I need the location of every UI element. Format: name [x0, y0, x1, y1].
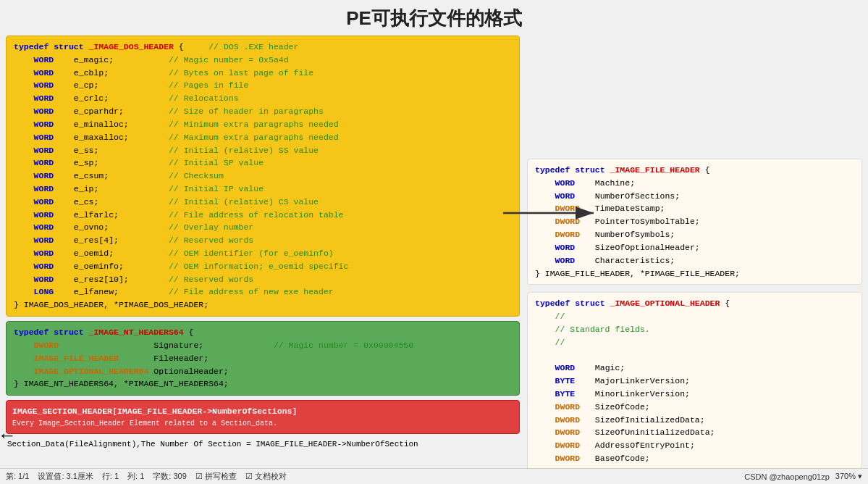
file-header-open: typedef struct _IMAGE_FILE_HEADER { [535, 164, 854, 177]
field-sizeofoptional: WORD SizeOfOptionalHeader; [535, 241, 854, 254]
field-pointertosymbol: DWORD PointerToSymbolTable; [535, 215, 854, 228]
field-ss: WORD e_ss; // Initial (relative) SS valu… [14, 144, 512, 157]
optional-header-open: typedef struct _IMAGE_OPTIONAL_HEADER { [535, 297, 854, 310]
field-oeminfo: WORD e_oeminfo; // OEM information; e_oe… [14, 260, 512, 273]
field-sizeofuninit: DWORD SizeOfUninitializedData; [535, 426, 854, 439]
field-minorlinker: BYTE MinorLinkerVersion; [535, 388, 854, 401]
right-column: typedef struct _IMAGE_FILE_HEADER { WORD… [527, 36, 862, 469]
status-wordcount: 字数: 309 [153, 471, 186, 482]
field-oemid: WORD e_oemid; // OEM identifier (for e_o… [14, 247, 512, 260]
nt-headers-open: typedef struct _IMAGE_NT_HEADERS64 { [14, 326, 512, 339]
dos-header-open: typedef struct _IMAGE_DOS_HEADER { // DO… [14, 41, 512, 54]
field-characteristics: WORD Characteristics; [535, 254, 854, 267]
field-ip: WORD e_ip; // Initial IP value [14, 183, 512, 196]
field-timedatestamp: DWORD TimeDateStamp; [535, 202, 854, 215]
page-title: PE可执行文件的格式 [0, 6, 868, 31]
field-csum: WORD e_csum; // Checksum [14, 170, 512, 183]
field-machine: WORD Machine; [535, 177, 854, 190]
field-crlc: WORD e_crlc; // Relocations [14, 92, 512, 105]
field-fileheader: IMAGE_FILE_HEADER FileHeader; [14, 352, 512, 365]
field-majorlinker: BYTE MajorLinkerVersion; [535, 375, 854, 388]
section-header-desc: Every Image_Section_Header Element relat… [12, 418, 513, 430]
field-cblp: WORD e_cblp; // Bytes on last page of fi… [14, 67, 512, 80]
field-lfarlc: WORD e_lfarlc; // File address of reloca… [14, 209, 512, 222]
field-lfanew: LONG e_lfanew; // File address of new ex… [14, 285, 512, 299]
optional-comment1: // [535, 310, 854, 323]
optional-comment3: // [535, 336, 854, 349]
field-sp: WORD e_sp; // Initial SP value [14, 157, 512, 170]
dos-header-close: } IMAGE_DOS_HEADER, *PIMAGE_DOS_HEADER; [14, 299, 512, 312]
left-arrow-icon: ← [1, 425, 13, 447]
field-baseofcode: DWORD BaseOfCode; [535, 452, 854, 465]
field-ovno: WORD e_ovno; // Overlay number [14, 221, 512, 234]
nt-headers-close: } IMAGE_NT_HEADERS64, *PIMAGE_NT_HEADERS… [14, 377, 512, 391]
status-bar: 第: 1/1 设置值: 3.1厘米 行: 1 列: 1 字数: 309 ☑ 拼写… [0, 468, 868, 484]
status-page: 第: 1/1 [6, 471, 29, 482]
title-area: PE可执行文件的格式 [0, 0, 868, 36]
field-minalloc: WORD e_minalloc; // Minimum extra paragr… [14, 118, 512, 131]
field-cp: WORD e_cp; // Pages in file [14, 79, 512, 92]
section-data-desc: Section_Data(FileAlignment),The Number O… [6, 434, 520, 453]
field-entrypoint: DWORD AddressOfEntryPoint; [535, 439, 854, 452]
status-col: 列: 1 [127, 471, 144, 482]
dos-header-block: typedef struct _IMAGE_DOS_HEADER { // DO… [6, 36, 520, 317]
status-margin: 设置值: 3.1厘米 [38, 471, 93, 482]
zoom-level: 370% ▾ [835, 472, 862, 481]
optional-comment2: // Standard fields. [535, 323, 854, 336]
watermark-text: CSDN @zhaopeng01zp [744, 472, 830, 481]
field-magic-opt: WORD Magic; [535, 362, 854, 375]
field-cparhdr: WORD e_cparhdr; // Size of header in par… [14, 105, 512, 118]
file-header-close: } IMAGE_FILE_HEADER, *PIMAGE_FILE_HEADER… [535, 267, 854, 280]
right-status: CSDN @zhaopeng01zp 370% ▾ [744, 472, 862, 481]
optional-header-block: typedef struct _IMAGE_OPTIONAL_HEADER { … [527, 292, 862, 484]
field-optionalheader: IMAGE_OPTIONAL_HEADER64 OptionalHeader; [14, 365, 512, 378]
field-signature: DWORD Signature; // Magic number = 0x000… [14, 339, 512, 352]
file-header-block: typedef struct _IMAGE_FILE_HEADER { WORD… [527, 159, 862, 285]
field-sizeofcode: DWORD SizeOfCode; [535, 401, 854, 414]
field-numofsymbols: DWORD NumberOfSymbols; [535, 228, 854, 241]
field-maxalloc: WORD e_maxalloc; // Maximum extra paragr… [14, 131, 512, 144]
field-res4: WORD e_res[4]; // Reserved words [14, 234, 512, 247]
field-res10: WORD e_res2[10]; // Reserved words [14, 273, 512, 286]
status-spellcheck[interactable]: ☑ 拼写检查 [195, 471, 237, 482]
status-row: 行: 1 [102, 471, 119, 482]
field-magic: WORD e_magic; // Magic number = 0x5a4d [14, 54, 512, 67]
field-sizeofinit: DWORD SizeOfInitializedData; [535, 414, 854, 427]
status-doccheck[interactable]: ☑ 文档校对 [245, 471, 287, 482]
nt-headers-block: typedef struct _IMAGE_NT_HEADERS64 { DWO… [6, 321, 520, 396]
section-header-title: IMAGE_SECTION_HEADER[IMAGE_FILE_HEADER->… [12, 405, 513, 418]
left-column: typedef struct _IMAGE_DOS_HEADER { // DO… [6, 36, 520, 469]
field-numsections: WORD NumberOfSections; [535, 190, 854, 203]
section-data-text: Section_Data(FileAlignment),The Number O… [7, 440, 418, 448]
section-header-block: IMAGE_SECTION_HEADER[IMAGE_FILE_HEADER->… [6, 400, 520, 434]
field-cs: WORD e_cs; // Initial (relative) CS valu… [14, 196, 512, 209]
optional-blank1 [535, 349, 854, 362]
